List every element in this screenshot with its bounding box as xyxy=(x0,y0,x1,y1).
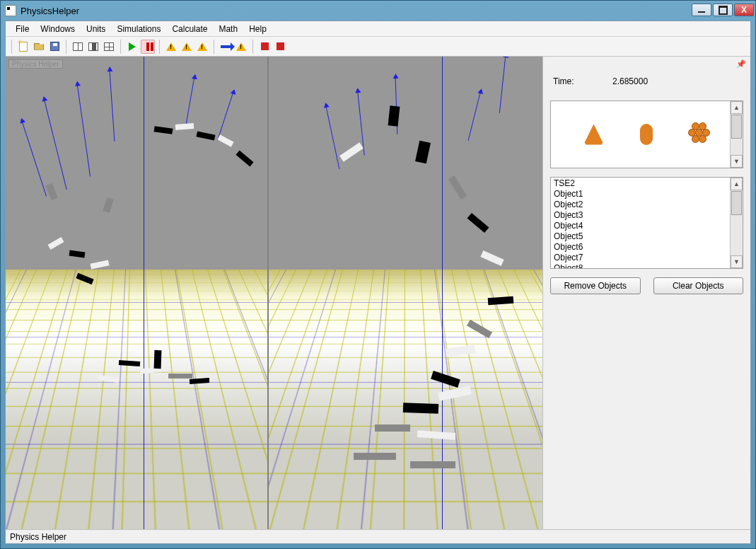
new-file-icon xyxy=(19,42,28,52)
arrow-button[interactable] xyxy=(219,40,233,54)
warning-icon xyxy=(236,42,246,51)
close-button[interactable]: X xyxy=(734,4,754,16)
layout-b-icon xyxy=(88,42,98,51)
scroll-thumb[interactable] xyxy=(731,191,742,215)
list-item[interactable]: TSE2 xyxy=(552,178,730,189)
viewport-area: Physics Helper xyxy=(6,57,542,529)
list-item[interactable]: Object4 xyxy=(552,221,730,231)
save-disk-icon xyxy=(50,42,59,51)
layout-single-button[interactable] xyxy=(71,40,85,54)
list-item[interactable]: Object5 xyxy=(552,231,730,242)
pause-button[interactable] xyxy=(141,40,155,54)
minimize-button[interactable] xyxy=(692,4,711,16)
app-icon xyxy=(5,5,16,16)
menubar: File Windows Units Simulations Calculate… xyxy=(6,21,750,37)
warning-icon xyxy=(166,42,176,51)
scroll-up-icon[interactable]: ▲ xyxy=(731,178,743,190)
warning-1-button[interactable] xyxy=(164,40,178,54)
menu-simulations[interactable]: Simulations xyxy=(111,23,166,35)
maximize-button[interactable] xyxy=(713,4,733,16)
clear-objects-button[interactable]: Clear Objects xyxy=(653,277,744,294)
axis-line xyxy=(442,57,443,529)
arrow-right-icon xyxy=(221,45,231,48)
new-button[interactable] xyxy=(16,40,30,54)
layout-c-icon xyxy=(104,42,114,51)
titlebar[interactable]: PhysicsHelper X xyxy=(1,1,755,21)
scroll-down-icon[interactable]: ▼ xyxy=(731,155,743,168)
object-list[interactable]: TSE2 Object1 Object2 Object3 Object4 Obj… xyxy=(550,177,743,269)
save-button[interactable] xyxy=(47,40,62,54)
pause-icon xyxy=(146,42,149,51)
menu-file[interactable]: File xyxy=(10,23,35,35)
axis-line xyxy=(144,57,144,529)
stop-2-button[interactable] xyxy=(273,40,287,54)
open-folder-icon xyxy=(34,43,44,50)
play-icon xyxy=(129,42,136,51)
shape-capsule[interactable] xyxy=(640,124,653,145)
status-bar: Physics Helper xyxy=(6,529,750,543)
shape-cone[interactable] xyxy=(583,123,605,146)
status-text: Physics Helper xyxy=(10,532,66,542)
stop-icon xyxy=(277,42,284,50)
object-buttons-row: Remove Objects Clear Objects xyxy=(550,277,743,294)
menu-help[interactable]: Help xyxy=(243,23,272,35)
layout-split-button[interactable] xyxy=(86,40,100,54)
scroll-up-icon[interactable]: ▲ xyxy=(731,101,743,114)
warning-icon xyxy=(197,42,207,51)
viewport-overlay-title: Physics Helper xyxy=(8,59,63,69)
list-item[interactable]: Object1 xyxy=(552,189,730,200)
time-label: Time: xyxy=(553,76,595,86)
shape-spheres[interactable] xyxy=(687,122,711,146)
scroll-down-icon[interactable]: ▼ xyxy=(731,255,743,268)
viewport-right[interactable] xyxy=(269,57,542,529)
list-item[interactable]: Object2 xyxy=(552,200,730,210)
layout-a-icon xyxy=(73,42,83,51)
warning-2-button[interactable] xyxy=(180,40,194,54)
shape-palette: ▲ ▼ xyxy=(550,100,743,168)
viewport-left[interactable]: Physics Helper xyxy=(6,57,269,529)
menu-windows[interactable]: Windows xyxy=(35,23,81,35)
app-window: PhysicsHelper X File Windows Units Simul… xyxy=(0,0,756,549)
objectlist-scrollbar[interactable]: ▲ ▼ xyxy=(730,178,743,268)
window-title: PhysicsHelper xyxy=(21,6,79,16)
menu-calculate[interactable]: Calculate xyxy=(166,23,213,35)
menu-math[interactable]: Math xyxy=(213,23,243,35)
warning-icon xyxy=(182,42,192,51)
window-controls: X xyxy=(690,4,754,18)
play-button[interactable] xyxy=(125,40,139,54)
remove-objects-button[interactable]: Remove Objects xyxy=(550,277,641,294)
time-value: 2.685000 xyxy=(612,76,648,86)
toolbar xyxy=(6,37,750,57)
stop-icon xyxy=(261,42,269,50)
palette-scrollbar[interactable]: ▲ ▼ xyxy=(730,101,743,168)
list-item[interactable]: Object7 xyxy=(552,253,730,263)
client-area: File Windows Units Simulations Calculate… xyxy=(5,21,751,544)
time-row: Time: 2.685000 xyxy=(550,62,743,92)
pin-icon[interactable]: 📌 xyxy=(736,59,746,69)
list-item[interactable]: Object8 xyxy=(552,263,730,269)
main-row: Physics Helper xyxy=(6,57,750,529)
side-panel: 📌 Time: 2.685000 ▲ xyxy=(542,57,750,529)
list-item[interactable]: Object6 xyxy=(552,242,730,253)
warning-3-button[interactable] xyxy=(195,40,209,54)
list-item[interactable]: Object3 xyxy=(552,210,730,221)
stop-1-button[interactable] xyxy=(257,40,272,54)
warning-4-button[interactable] xyxy=(234,40,248,54)
layout-quad-button[interactable] xyxy=(102,40,116,54)
open-button[interactable] xyxy=(32,40,46,54)
scroll-thumb[interactable] xyxy=(731,115,742,139)
menu-units[interactable]: Units xyxy=(81,23,111,35)
